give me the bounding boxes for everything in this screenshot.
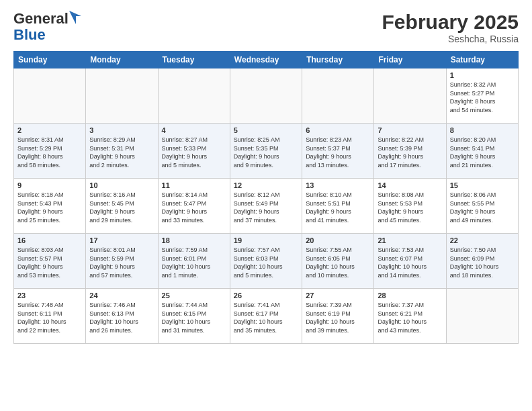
day-info: Sunrise: 7:44 AM Sunset: 6:15 PM Dayligh… xyxy=(162,301,226,334)
calendar-cell: 26Sunrise: 7:41 AM Sunset: 6:17 PM Dayli… xyxy=(230,289,302,344)
day-info: Sunrise: 8:08 AM Sunset: 5:53 PM Dayligh… xyxy=(378,191,442,224)
calendar-cell xyxy=(86,68,158,124)
day-info: Sunrise: 7:53 AM Sunset: 6:07 PM Dayligh… xyxy=(378,246,442,279)
day-info: Sunrise: 8:14 AM Sunset: 5:47 PM Dayligh… xyxy=(162,191,226,224)
day-number: 23 xyxy=(17,291,82,300)
day-info: Sunrise: 8:18 AM Sunset: 5:43 PM Dayligh… xyxy=(17,191,82,224)
day-info: Sunrise: 8:06 AM Sunset: 5:55 PM Dayligh… xyxy=(450,191,515,224)
calendar-cell: 21Sunrise: 7:53 AM Sunset: 6:07 PM Dayli… xyxy=(374,234,446,289)
calendar-cell: 23Sunrise: 7:48 AM Sunset: 6:11 PM Dayli… xyxy=(14,289,86,344)
day-number: 20 xyxy=(306,236,370,244)
calendar-cell: 17Sunrise: 8:01 AM Sunset: 5:59 PM Dayli… xyxy=(86,234,158,289)
day-number: 2 xyxy=(17,126,82,134)
day-info: Sunrise: 8:29 AM Sunset: 5:31 PM Dayligh… xyxy=(89,136,154,169)
calendar-cell: 7Sunrise: 8:22 AM Sunset: 5:39 PM Daylig… xyxy=(374,124,446,179)
calendar-cell: 3Sunrise: 8:29 AM Sunset: 5:31 PM Daylig… xyxy=(86,124,158,179)
calendar-week-3: 9Sunrise: 8:18 AM Sunset: 5:43 PM Daylig… xyxy=(14,179,519,234)
day-header-sunday: Sunday xyxy=(14,52,86,68)
day-info: Sunrise: 8:25 AM Sunset: 5:35 PM Dayligh… xyxy=(234,136,298,169)
svg-marker-0 xyxy=(69,11,81,24)
day-info: Sunrise: 7:57 AM Sunset: 6:03 PM Dayligh… xyxy=(234,246,298,279)
day-info: Sunrise: 7:50 AM Sunset: 6:09 PM Dayligh… xyxy=(450,246,515,279)
calendar-cell: 6Sunrise: 8:23 AM Sunset: 5:37 PM Daylig… xyxy=(302,124,374,179)
day-number: 12 xyxy=(234,181,298,189)
day-number: 10 xyxy=(89,181,154,189)
day-info: Sunrise: 8:23 AM Sunset: 5:37 PM Dayligh… xyxy=(306,136,370,169)
day-info: Sunrise: 8:20 AM Sunset: 5:41 PM Dayligh… xyxy=(450,136,515,169)
calendar-cell: 27Sunrise: 7:39 AM Sunset: 6:19 PM Dayli… xyxy=(302,289,374,344)
day-number: 22 xyxy=(450,236,515,244)
day-number: 15 xyxy=(450,181,515,189)
logo-icon xyxy=(69,11,81,24)
calendar-cell: 1Sunrise: 8:32 AM Sunset: 5:27 PM Daylig… xyxy=(446,68,518,124)
day-info: Sunrise: 7:46 AM Sunset: 6:13 PM Dayligh… xyxy=(89,301,154,334)
day-header-wednesday: Wednesday xyxy=(230,52,302,68)
calendar-week-4: 16Sunrise: 8:03 AM Sunset: 5:57 PM Dayli… xyxy=(14,234,519,289)
day-number: 1 xyxy=(450,71,515,79)
day-number: 7 xyxy=(378,126,442,134)
day-info: Sunrise: 7:37 AM Sunset: 6:21 PM Dayligh… xyxy=(378,301,442,334)
calendar-cell: 16Sunrise: 8:03 AM Sunset: 5:57 PM Dayli… xyxy=(14,234,86,289)
calendar-cell: 19Sunrise: 7:57 AM Sunset: 6:03 PM Dayli… xyxy=(230,234,302,289)
day-number: 26 xyxy=(234,291,298,300)
day-info: Sunrise: 7:55 AM Sunset: 6:05 PM Dayligh… xyxy=(306,246,370,279)
day-number: 8 xyxy=(450,126,515,134)
calendar-cell xyxy=(158,68,230,124)
calendar-cell: 11Sunrise: 8:14 AM Sunset: 5:47 PM Dayli… xyxy=(158,179,230,234)
calendar-cell xyxy=(14,68,86,124)
month-year: February 2025 xyxy=(382,11,519,34)
calendar-cell: 4Sunrise: 8:27 AM Sunset: 5:33 PM Daylig… xyxy=(158,124,230,179)
day-info: Sunrise: 8:31 AM Sunset: 5:29 PM Dayligh… xyxy=(17,136,82,169)
day-info: Sunrise: 8:12 AM Sunset: 5:49 PM Dayligh… xyxy=(234,191,298,224)
day-number: 11 xyxy=(162,181,226,189)
calendar-cell xyxy=(446,289,518,344)
calendar-cell xyxy=(374,68,446,124)
day-number: 13 xyxy=(306,181,370,189)
calendar-cell: 8Sunrise: 8:20 AM Sunset: 5:41 PM Daylig… xyxy=(446,124,518,179)
day-header-friday: Friday xyxy=(374,52,446,68)
title-block: February 2025 Seshcha, Russia xyxy=(382,11,519,44)
calendar: SundayMondayTuesdayWednesdayThursdayFrid… xyxy=(13,51,519,344)
day-number: 21 xyxy=(378,236,442,244)
day-info: Sunrise: 8:16 AM Sunset: 5:45 PM Dayligh… xyxy=(89,191,154,224)
day-number: 9 xyxy=(17,181,82,189)
location: Seshcha, Russia xyxy=(382,34,519,44)
calendar-cell: 25Sunrise: 7:44 AM Sunset: 6:15 PM Dayli… xyxy=(158,289,230,344)
day-number: 27 xyxy=(306,291,370,300)
day-number: 18 xyxy=(162,236,226,244)
calendar-cell: 15Sunrise: 8:06 AM Sunset: 5:55 PM Dayli… xyxy=(446,179,518,234)
logo: General Blue xyxy=(13,11,81,43)
day-info: Sunrise: 8:32 AM Sunset: 5:27 PM Dayligh… xyxy=(450,81,515,114)
calendar-cell: 24Sunrise: 7:46 AM Sunset: 6:13 PM Dayli… xyxy=(86,289,158,344)
day-number: 24 xyxy=(89,291,154,300)
logo-blue: Blue xyxy=(13,26,46,43)
day-info: Sunrise: 8:10 AM Sunset: 5:51 PM Dayligh… xyxy=(306,191,370,224)
day-header-saturday: Saturday xyxy=(446,52,518,68)
day-info: Sunrise: 8:03 AM Sunset: 5:57 PM Dayligh… xyxy=(17,246,82,279)
logo-general: General xyxy=(13,11,69,27)
day-info: Sunrise: 7:41 AM Sunset: 6:17 PM Dayligh… xyxy=(234,301,298,334)
day-number: 5 xyxy=(234,126,298,134)
day-header-tuesday: Tuesday xyxy=(158,52,230,68)
day-header-monday: Monday xyxy=(86,52,158,68)
day-number: 17 xyxy=(89,236,154,244)
calendar-cell: 5Sunrise: 8:25 AM Sunset: 5:35 PM Daylig… xyxy=(230,124,302,179)
day-number: 19 xyxy=(234,236,298,244)
calendar-cell xyxy=(230,68,302,124)
day-number: 28 xyxy=(378,291,442,300)
calendar-week-5: 23Sunrise: 7:48 AM Sunset: 6:11 PM Dayli… xyxy=(14,289,519,344)
day-info: Sunrise: 8:22 AM Sunset: 5:39 PM Dayligh… xyxy=(378,136,442,169)
day-number: 4 xyxy=(162,126,226,134)
day-info: Sunrise: 7:59 AM Sunset: 6:01 PM Dayligh… xyxy=(162,246,226,279)
calendar-cell: 10Sunrise: 8:16 AM Sunset: 5:45 PM Dayli… xyxy=(86,179,158,234)
calendar-cell: 18Sunrise: 7:59 AM Sunset: 6:01 PM Dayli… xyxy=(158,234,230,289)
calendar-cell: 20Sunrise: 7:55 AM Sunset: 6:05 PM Dayli… xyxy=(302,234,374,289)
calendar-cell: 2Sunrise: 8:31 AM Sunset: 5:29 PM Daylig… xyxy=(14,124,86,179)
calendar-cell: 13Sunrise: 8:10 AM Sunset: 5:51 PM Dayli… xyxy=(302,179,374,234)
day-info: Sunrise: 8:27 AM Sunset: 5:33 PM Dayligh… xyxy=(162,136,226,169)
day-info: Sunrise: 8:01 AM Sunset: 5:59 PM Dayligh… xyxy=(89,246,154,279)
calendar-cell: 9Sunrise: 8:18 AM Sunset: 5:43 PM Daylig… xyxy=(14,179,86,234)
page: General Blue February 2025 Seshcha, Russ… xyxy=(0,0,532,411)
day-number: 3 xyxy=(89,126,154,134)
calendar-cell xyxy=(302,68,374,124)
